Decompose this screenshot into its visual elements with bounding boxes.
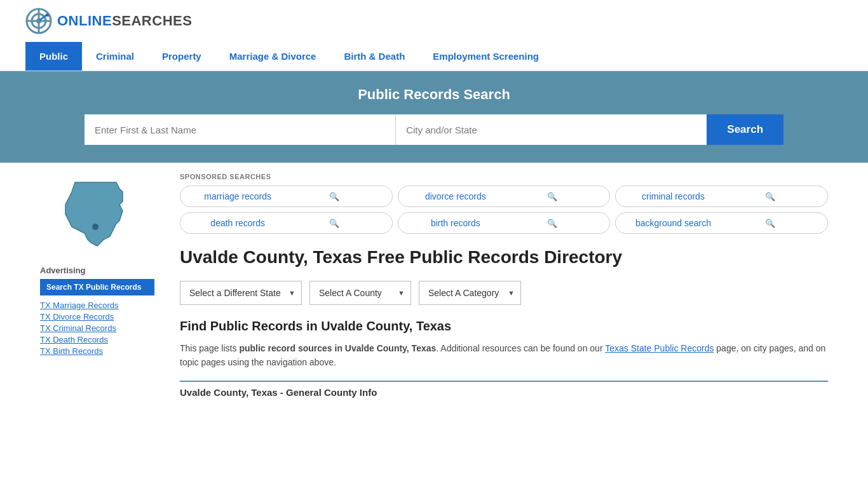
sidebar-link-divorce[interactable]: TX Divorce Records <box>40 312 154 322</box>
search-banner-title: Public Records Search <box>25 86 843 103</box>
category-dropdown[interactable]: Select A Category <box>419 281 521 305</box>
sponsored-death-label: death records <box>189 218 286 228</box>
search-icon-marriage: 🔍 <box>286 192 383 201</box>
advertising-label: Advertising <box>40 266 154 275</box>
location-input[interactable] <box>396 114 707 145</box>
find-text-start: This page lists <box>180 343 239 353</box>
sponsored-searches: SPONSORED SEARCHES marriage records 🔍 di… <box>180 173 828 234</box>
logo-text: ONLINESEARCHES <box>57 13 192 29</box>
search-icon-death: 🔍 <box>286 219 383 228</box>
advertising-section: Advertising Search TX Public Records TX … <box>40 266 154 356</box>
nav-property[interactable]: Property <box>148 42 215 71</box>
county-dropdown-wrapper: Select A County <box>309 281 411 305</box>
search-icon-divorce: 🔍 <box>504 192 600 201</box>
sidebar: Advertising Search TX Public Records TX … <box>40 173 167 398</box>
sidebar-link-birth[interactable]: TX Birth Records <box>40 346 154 356</box>
texas-map-icon <box>56 173 139 255</box>
search-icon-background: 🔍 <box>722 219 818 228</box>
find-text: This page lists public record sources in… <box>180 341 828 370</box>
sponsored-item-death[interactable]: death records 🔍 <box>180 212 393 234</box>
county-info-title: Uvalde County, Texas - General County In… <box>180 387 828 398</box>
sponsored-criminal-label: criminal records <box>625 191 721 201</box>
nav-public[interactable]: Public <box>25 42 82 71</box>
search-tx-button[interactable]: Search TX Public Records <box>40 279 154 295</box>
directory-title: Uvalde County, Texas Free Public Records… <box>180 247 828 268</box>
search-banner: Public Records Search Search <box>0 71 868 163</box>
search-button[interactable]: Search <box>707 114 783 145</box>
texas-state-link[interactable]: Texas State Public Records <box>605 343 714 353</box>
sponsored-marriage-label: marriage records <box>189 191 286 201</box>
nav-birth-death[interactable]: Birth & Death <box>330 42 419 71</box>
nav-marriage-divorce[interactable]: Marriage & Divorce <box>215 42 330 71</box>
sidebar-link-death[interactable]: TX Death Records <box>40 335 154 344</box>
dropdowns-row: Select a Different State Select A County… <box>180 281 828 305</box>
sponsored-item-criminal[interactable]: criminal records 🔍 <box>615 186 828 207</box>
main-nav: Public Criminal Property Marriage & Divo… <box>0 42 868 71</box>
logo-icon <box>25 8 52 34</box>
search-icon-birth: 🔍 <box>504 219 600 228</box>
sponsored-item-divorce[interactable]: divorce records 🔍 <box>398 186 611 207</box>
search-icon-criminal: 🔍 <box>722 192 818 201</box>
name-input[interactable] <box>85 114 396 145</box>
sidebar-links: TX Marriage Records TX Divorce Records T… <box>40 301 154 356</box>
sponsored-item-marriage[interactable]: marriage records 🔍 <box>180 186 393 207</box>
header: ONLINESEARCHES <box>0 0 868 42</box>
county-dropdown[interactable]: Select A County <box>309 281 411 305</box>
content-area: SPONSORED SEARCHES marriage records 🔍 di… <box>167 173 828 398</box>
sponsored-label: SPONSORED SEARCHES <box>180 173 828 180</box>
sidebar-link-criminal[interactable]: TX Criminal Records <box>40 323 154 333</box>
sidebar-link-marriage[interactable]: TX Marriage Records <box>40 301 154 310</box>
logo[interactable]: ONLINESEARCHES <box>25 8 192 34</box>
sponsored-divorce-label: divorce records <box>407 191 504 201</box>
find-heading: Find Public Records in Uvalde County, Te… <box>180 319 828 334</box>
state-dropdown[interactable]: Select a Different State <box>180 281 302 305</box>
main-content: Advertising Search TX Public Records TX … <box>0 163 868 398</box>
sponsored-background-label: background search <box>625 218 721 228</box>
search-form: Search <box>85 114 783 145</box>
sponsored-birth-label: birth records <box>407 218 504 228</box>
main-layout: Advertising Search TX Public Records TX … <box>27 163 841 398</box>
find-text-bold: public record sources in Uvalde County, … <box>239 343 436 353</box>
sponsored-item-birth[interactable]: birth records 🔍 <box>398 212 611 234</box>
nav-employment[interactable]: Employment Screening <box>419 42 553 71</box>
category-dropdown-wrapper: Select A Category <box>419 281 521 305</box>
nav-criminal[interactable]: Criminal <box>82 42 148 71</box>
sponsored-grid: marriage records 🔍 divorce records 🔍 cri… <box>180 186 828 234</box>
state-dropdown-wrapper: Select a Different State <box>180 281 302 305</box>
county-info-bar: Uvalde County, Texas - General County In… <box>180 381 828 398</box>
sponsored-item-background[interactable]: background search 🔍 <box>615 212 828 234</box>
find-section: Find Public Records in Uvalde County, Te… <box>180 319 828 370</box>
find-text-end: . Additional resources can be found on o… <box>436 343 605 353</box>
svg-point-7 <box>92 224 98 230</box>
